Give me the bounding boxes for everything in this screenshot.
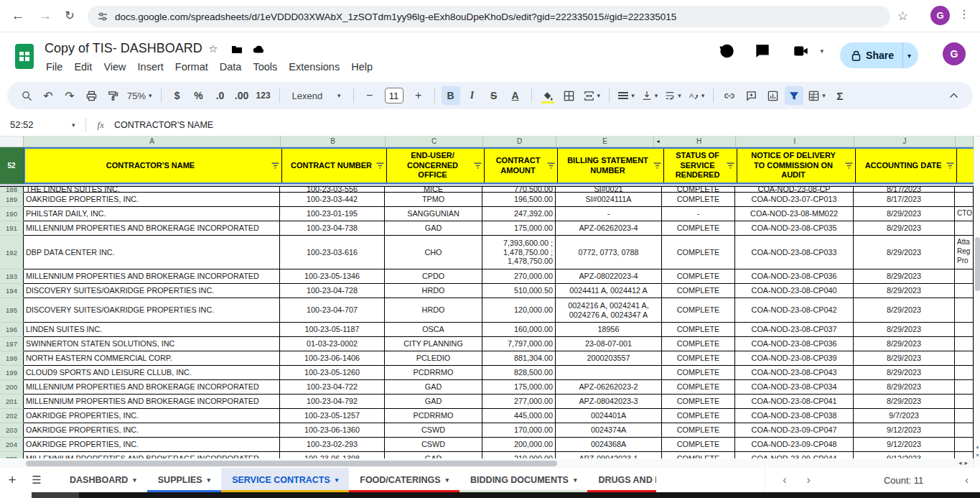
cell-A196[interactable]: LINDEN SUITES INC.: [23, 323, 280, 336]
row-number[interactable]: 194: [0, 284, 24, 298]
cell-C200[interactable]: GAD: [385, 380, 482, 394]
sheet-tab-supplies[interactable]: SUPPLIES▾: [147, 468, 221, 492]
print-icon[interactable]: [82, 86, 101, 105]
scroll-up-icon[interactable]: ▲: [974, 444, 980, 449]
name-box[interactable]: 52:52: [0, 119, 62, 130]
cell-E199[interactable]: [556, 366, 662, 379]
cell-D198[interactable]: 881,304.00: [482, 351, 556, 365]
cell-I195[interactable]: COA-NOD-23-08-CP042: [735, 298, 854, 322]
cell-E193[interactable]: APZ-08022023-4: [556, 269, 662, 283]
name-box-caret-icon[interactable]: ▾: [72, 121, 75, 129]
cell-A192[interactable]: DBP DATA CENTER INC.: [23, 236, 280, 269]
cell-I197[interactable]: COA-NOD-23-08-CP036: [735, 337, 854, 351]
column-header-I[interactable]: I: [736, 137, 854, 147]
cell-E189[interactable]: SI#0024111A: [556, 193, 662, 206]
cell-D203[interactable]: 170,000.00: [482, 423, 556, 437]
star-document-icon[interactable]: ☆: [208, 42, 218, 55]
filter-button-icon[interactable]: [727, 162, 734, 170]
cell-D192[interactable]: 7,393,600.00 ; 1,478,750.00 ; 1,478,750.…: [482, 236, 556, 269]
cell-A200[interactable]: MILLENNIUM PROPERTIES AND BROKERAGE INCO…: [23, 380, 280, 394]
filter-button-icon[interactable]: [474, 162, 482, 170]
header-cell-k[interactable]: [957, 149, 974, 183]
header-cell-h[interactable]: STATUS OF SERVICE RENDERED: [664, 149, 737, 183]
cell-B195[interactable]: 100-23-04-707: [280, 298, 385, 322]
currency-format-button[interactable]: $: [168, 86, 187, 105]
row-number[interactable]: 52: [0, 147, 24, 184]
cell-E205[interactable]: APZ-09042023-1: [556, 452, 662, 458]
cell-B190[interactable]: 100-23-01-195: [280, 207, 385, 221]
cell-K189[interactable]: [955, 193, 974, 206]
formula-input[interactable]: CONTRACTOR'S NAME: [114, 120, 213, 130]
cell-J197[interactable]: 8/29/2023: [854, 337, 955, 351]
cell-D191[interactable]: 175,000.00: [482, 221, 556, 235]
row-number[interactable]: 201: [0, 395, 24, 409]
cell-D189[interactable]: 196,500.00: [482, 193, 556, 206]
cell-D194[interactable]: 510,000.50: [482, 284, 556, 298]
sheet-tab-caret-icon[interactable]: ▾: [446, 476, 449, 484]
cell-H192[interactable]: COMPLETE: [662, 236, 735, 269]
cell-H196[interactable]: COMPLETE: [662, 323, 735, 336]
cell-H200[interactable]: COMPLETE: [662, 380, 735, 394]
cell-H195[interactable]: COMPLETE: [662, 298, 735, 322]
cell-A188[interactable]: THE LINDEN SUITES INC.: [23, 187, 280, 192]
cell-K197[interactable]: [955, 337, 974, 351]
font-select[interactable]: Lexend▾: [286, 86, 347, 105]
cell-J201[interactable]: 8/29/2023: [854, 395, 955, 408]
row-number[interactable]: 200: [0, 380, 24, 395]
menu-view[interactable]: View: [98, 59, 131, 75]
side-panel-arrow-icon[interactable]: ‹: [965, 474, 980, 486]
row-number[interactable]: 195: [0, 298, 24, 323]
cell-I202[interactable]: COA-NOD-23-08-CP038: [735, 409, 854, 423]
column-header-k[interactable]: [956, 137, 974, 147]
cell-K201[interactable]: [955, 395, 974, 408]
cell-I199[interactable]: COA-NOD-23-08-CP043: [735, 366, 854, 379]
percent-format-button[interactable]: %: [190, 86, 208, 105]
cell-B198[interactable]: 100-23-06-1406: [280, 351, 385, 365]
collapse-toolbar-icon[interactable]: [944, 86, 963, 105]
column-header-B[interactable]: B: [281, 137, 386, 147]
cell-C191[interactable]: GAD: [385, 221, 482, 235]
undo-icon[interactable]: ↶: [39, 86, 57, 105]
cell-B191[interactable]: 100-23-04-738: [280, 221, 385, 235]
cell-D197[interactable]: 7,797,000.00: [482, 337, 556, 351]
horizontal-scrollbar[interactable]: ◂▸: [0, 459, 974, 468]
cell-D193[interactable]: 270,000.00: [482, 269, 556, 283]
tabs-scroll-right-icon[interactable]: ›: [797, 474, 821, 487]
address-bar[interactable]: docs.google.com/spreadsheets/d/1eVDDD03X…: [88, 6, 890, 27]
row-number[interactable]: 193: [0, 269, 24, 284]
sheet-tab-drugs-and-me[interactable]: DRUGS AND ME: [587, 468, 656, 492]
column-header-A[interactable]: A: [24, 137, 281, 147]
cell-K190[interactable]: CTO: [955, 207, 974, 221]
row-number[interactable]: 198: [0, 351, 24, 366]
share-caret-icon[interactable]: ▾: [903, 52, 918, 60]
cell-I191[interactable]: COA-NOD-23-08-CP035: [735, 221, 854, 235]
cell-A202[interactable]: OAKRIDGE PROPERTIES, INC.: [23, 409, 280, 423]
cell-H193[interactable]: COMPLETE: [662, 269, 735, 283]
text-color-button[interactable]: A: [506, 86, 525, 105]
cell-C204[interactable]: CSWD: [385, 438, 482, 451]
cell-E204[interactable]: 0024368A: [556, 438, 662, 451]
cell-E200[interactable]: APZ-06262023-2: [556, 380, 662, 394]
cell-H198[interactable]: COMPLETE: [662, 351, 735, 365]
filter-button-icon[interactable]: [376, 162, 384, 170]
search-menus-icon[interactable]: [17, 86, 36, 105]
bookmark-star-icon[interactable]: ☆: [897, 9, 908, 24]
column-header-J[interactable]: J: [854, 137, 956, 147]
menu-edit[interactable]: Edit: [68, 59, 98, 75]
sheet-tab-caret-icon[interactable]: ▾: [133, 476, 136, 484]
cell-E202[interactable]: 0024401A: [556, 409, 662, 423]
header-cell-a[interactable]: CONTRACTOR'S NAME: [25, 149, 282, 183]
row-number[interactable]: 188: [0, 187, 24, 193]
select-all-corner[interactable]: [0, 137, 24, 147]
cell-C203[interactable]: CSWD: [385, 423, 482, 437]
menu-tools[interactable]: Tools: [247, 59, 283, 75]
cell-H205[interactable]: COMPLETE: [662, 452, 735, 458]
cell-D199[interactable]: 828,500.00: [482, 366, 556, 379]
sheet-tab-caret-icon[interactable]: ▾: [335, 476, 339, 484]
fill-color-icon[interactable]: [538, 86, 557, 105]
column-header-D[interactable]: D: [483, 137, 556, 147]
cell-B189[interactable]: 100-23-03-442: [280, 193, 385, 206]
sheet-tab-dashboard[interactable]: DASHBOARD▾: [59, 468, 147, 492]
cell-H197[interactable]: COMPLETE: [662, 337, 735, 351]
vertical-align-icon[interactable]: ▾: [640, 86, 661, 105]
